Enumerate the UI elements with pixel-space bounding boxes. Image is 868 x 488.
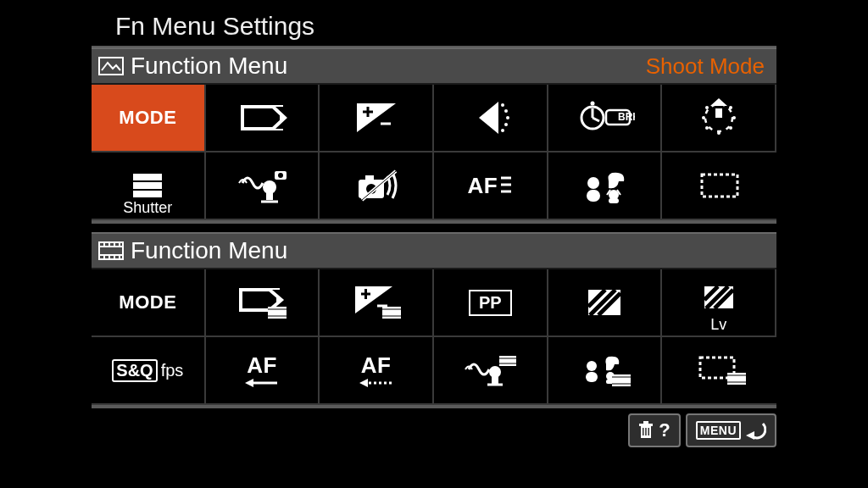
video-cell-focus-area-video[interactable] [662, 337, 776, 405]
svg-point-12 [506, 116, 509, 119]
svg-rect-111 [643, 421, 648, 424]
zebra-icon [575, 281, 634, 324]
focus-area-video-icon [690, 349, 749, 391]
photo-cell-focus-area[interactable] [662, 152, 776, 220]
selected-function-label: Shoot Mode [646, 53, 765, 80]
svg-rect-99 [612, 374, 631, 386]
svg-point-31 [729, 126, 732, 130]
svg-rect-49 [587, 190, 600, 202]
video-icon [97, 240, 125, 262]
svg-marker-89 [359, 379, 368, 387]
photo-cell-shoot-mode[interactable]: MODE [92, 85, 206, 152]
svg-point-29 [705, 106, 709, 109]
svg-point-25 [717, 101, 721, 104]
svg-point-27 [732, 116, 736, 119]
video-cell-shoot-mode[interactable]: MODE [92, 269, 206, 337]
shutter-type-label: Shutter [123, 199, 172, 217]
svg-rect-35 [133, 191, 162, 197]
subject-detection-icon [575, 164, 634, 207]
svg-point-14 [501, 129, 504, 132]
svg-marker-9 [479, 102, 498, 134]
svg-point-28 [702, 116, 705, 119]
svg-rect-33 [133, 174, 162, 180]
zebra-lv-label: Lv [710, 316, 726, 334]
photo-cell-exposure-comp[interactable] [320, 85, 434, 152]
focus-area-icon [690, 164, 749, 207]
photo-cell-steadyshot[interactable] [206, 152, 320, 220]
photo-cell-drive-mode[interactable] [662, 85, 776, 152]
svg-point-39 [278, 173, 283, 178]
svg-rect-90 [492, 376, 498, 384]
file-format-icon [232, 97, 292, 139]
file-format-video-icon [232, 281, 292, 324]
video-cell-exposure-comp-video[interactable] [320, 269, 434, 337]
svg-text:BRK: BRK [618, 111, 635, 123]
svg-point-30 [705, 126, 709, 130]
svg-rect-96 [586, 372, 598, 382]
menu-back-button[interactable]: MENU [686, 413, 776, 447]
video-cell-sq-fps[interactable]: S&Qfps [92, 337, 206, 405]
video-cell-file-format-video[interactable] [206, 269, 320, 337]
svg-point-10 [501, 103, 504, 107]
svg-rect-51 [609, 198, 619, 203]
back-arrow-icon [746, 421, 766, 440]
svg-line-17 [593, 118, 599, 121]
svg-point-26 [729, 106, 732, 109]
svg-point-18 [590, 102, 594, 106]
svg-rect-34 [133, 182, 162, 189]
photo-icon [97, 55, 125, 77]
bracket-icon: BRK [574, 97, 635, 139]
help-label: ? [659, 419, 670, 441]
steadyshot-icon [232, 164, 292, 207]
photo-cell-bracket[interactable]: BRK [548, 85, 663, 152]
photo-cell-silent-shooting[interactable] [320, 152, 434, 220]
svg-marker-112 [746, 431, 754, 440]
page-title: Fn Menu Settings [92, 10, 776, 47]
svg-rect-92 [499, 356, 516, 366]
photo-cell-iso[interactable] [434, 85, 548, 152]
svg-rect-36 [266, 191, 273, 200]
video-cell-steadyshot-video[interactable] [434, 337, 548, 405]
video-section-bar: Function Menu [92, 232, 776, 269]
video-cell-zebra-lv[interactable]: Lv [662, 269, 776, 337]
svg-rect-22 [715, 108, 722, 118]
subject-detection-video-icon [575, 349, 634, 391]
svg-rect-107 [643, 428, 644, 435]
svg-rect-75 [382, 307, 401, 319]
svg-rect-110 [639, 424, 653, 426]
svg-rect-41 [365, 175, 374, 180]
photo-grid: MODEBRKShutterAF [92, 85, 776, 220]
video-cell-subject-detection-video[interactable] [548, 337, 663, 405]
steadyshot-video-icon [460, 349, 520, 391]
iso-icon [460, 97, 520, 139]
svg-point-32 [717, 131, 721, 135]
drive-mode-icon [689, 97, 748, 139]
footer: ? MENU [92, 408, 776, 447]
video-cell-picture-profile[interactable]: PP [434, 269, 548, 337]
photo-cell-shutter-type[interactable]: Shutter [92, 152, 206, 220]
video-section-title: Function Menu [131, 237, 287, 264]
svg-rect-52 [702, 175, 737, 197]
svg-point-13 [504, 123, 508, 126]
svg-rect-67 [268, 307, 287, 319]
video-cell-af-transition[interactable]: AF [206, 337, 320, 405]
trash-icon [638, 421, 654, 440]
video-cell-af-subj-shift[interactable]: AF [320, 337, 434, 405]
svg-rect-108 [646, 428, 648, 435]
video-cell-zebra[interactable] [548, 269, 663, 337]
delete-help-button[interactable]: ? [628, 413, 680, 447]
menu-label: MENU [696, 421, 741, 440]
exposure-comp-video-icon [347, 281, 406, 324]
photo-cell-af-mode[interactable]: AF [434, 152, 548, 220]
photo-section-bar: Function Menu Shoot Mode [92, 47, 776, 85]
silent-shooting-icon [347, 164, 406, 207]
exposure-comp-icon [347, 97, 406, 139]
svg-marker-87 [245, 379, 253, 387]
video-grid: MODEPPLvS&QfpsAFAF [92, 269, 776, 405]
svg-point-95 [587, 361, 597, 371]
photo-cell-file-format[interactable] [206, 85, 320, 152]
photo-cell-subject-detection[interactable] [548, 152, 663, 220]
photo-section-title: Function Menu [131, 53, 287, 80]
svg-point-11 [504, 109, 508, 113]
svg-rect-109 [648, 428, 650, 435]
